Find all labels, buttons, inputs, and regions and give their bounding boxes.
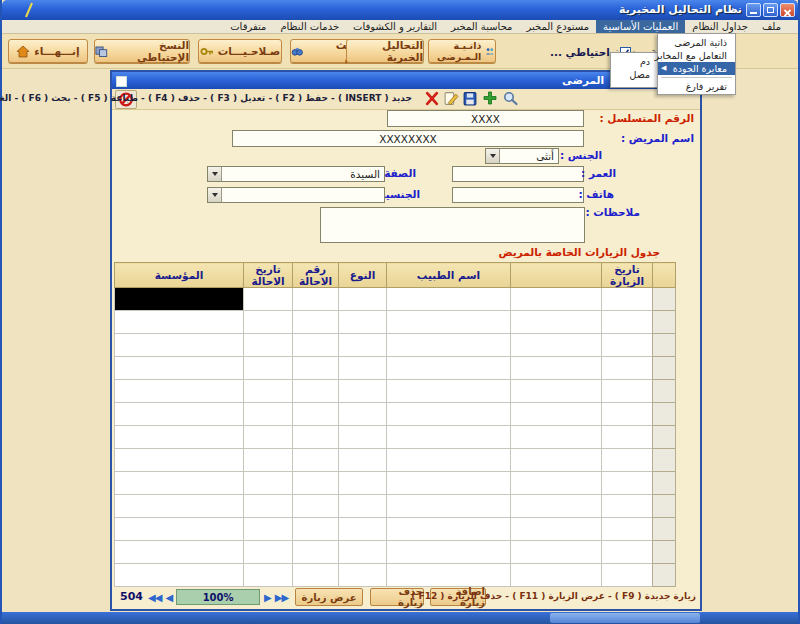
table-cell[interactable] [244,403,293,426]
table-cell[interactable] [339,541,387,564]
menu-item-patient-identity[interactable]: ذاتية المرضى [658,36,735,49]
table-cell[interactable] [339,403,387,426]
row-selector-cell[interactable] [653,472,676,495]
table-cell[interactable] [339,288,387,311]
table-cell[interactable] [602,380,653,403]
table-cell[interactable] [387,495,511,518]
backup-button[interactable]: النسخ الإحتياطي [94,39,190,63]
table-cell[interactable] [602,564,653,587]
table-cell[interactable] [244,380,293,403]
table-cell[interactable] [115,357,244,380]
delete-x-icon[interactable] [424,91,440,106]
table-cell[interactable] [293,564,339,587]
minimize-button[interactable] [746,3,761,17]
notes-field[interactable] [320,207,585,243]
table-cell[interactable] [115,311,244,334]
menu-reports[interactable]: التقارير و الكشوفات [346,20,444,33]
menu-item-empty-report[interactable]: تقرير فارغ [658,80,735,93]
row-selector-cell[interactable] [653,564,676,587]
table-cell[interactable] [511,426,602,449]
table-cell[interactable] [387,311,511,334]
table-cell[interactable] [115,426,244,449]
table-cell[interactable] [511,311,602,334]
row-selector-cell[interactable] [653,449,676,472]
table-cell[interactable] [387,472,511,495]
add-icon[interactable] [481,90,499,106]
menu-misc[interactable]: متفرقات [223,20,273,33]
table-cell[interactable] [339,518,387,541]
menu-file[interactable]: ملف [755,20,788,33]
row-selector-cell[interactable] [653,403,676,426]
row-selector-cell[interactable] [653,311,676,334]
row-selector-cell[interactable] [653,288,676,311]
table-cell[interactable] [244,472,293,495]
serial-number-field[interactable] [387,110,584,127]
table-cell[interactable] [387,380,511,403]
table-cell[interactable] [293,357,339,380]
table-cell[interactable] [387,334,511,357]
row-selector-cell[interactable] [653,426,676,449]
menu-basic-operations[interactable]: العمليات الأساسية [596,20,685,33]
table-cell[interactable] [602,311,653,334]
table-cell[interactable] [115,288,244,311]
table-cell[interactable] [511,334,602,357]
table-cell[interactable] [602,518,653,541]
table-cell[interactable] [602,472,653,495]
table-cell[interactable] [387,403,511,426]
table-cell[interactable] [244,357,293,380]
table-cell[interactable] [115,564,244,587]
table-cell[interactable] [115,449,244,472]
table-cell[interactable] [602,541,653,564]
table-cell[interactable] [602,334,653,357]
table-cell[interactable] [387,426,511,449]
table-cell[interactable] [293,311,339,334]
table-cell[interactable] [511,541,602,564]
close-button[interactable] [780,3,795,17]
table-cell[interactable] [115,541,244,564]
table-cell[interactable] [244,541,293,564]
exit-button[interactable]: إنـــهـــاء [8,39,88,63]
nav-last-button[interactable]: ▶▶ [275,592,288,603]
table-cell[interactable] [387,288,511,311]
table-cell[interactable] [293,541,339,564]
view-visit-button[interactable]: عرض زيارة [295,588,363,606]
menu-system-tables[interactable]: جداول النظام [685,20,755,33]
table-cell[interactable] [339,426,387,449]
table-cell[interactable] [602,357,653,380]
table-cell[interactable] [602,495,653,518]
table-cell[interactable] [293,495,339,518]
save-icon[interactable] [462,91,478,106]
visits-table[interactable]: تاريخ الزيارةاسم الطبيبالنوعرقم الاحالةت… [114,262,676,587]
table-cell[interactable] [387,449,511,472]
table-cell[interactable] [244,288,293,311]
table-cell[interactable] [511,380,602,403]
nav-first-button[interactable]: ◀◀ [148,592,161,603]
table-cell[interactable] [387,541,511,564]
menu-item-quality-calibration[interactable]: معايرة الجودة ◀ [658,62,735,75]
table-cell[interactable] [602,288,653,311]
table-cell[interactable] [244,518,293,541]
table-cell[interactable] [115,380,244,403]
row-selector-cell[interactable] [653,495,676,518]
table-cell[interactable] [602,403,653,426]
nav-next-button[interactable]: ▶ [264,592,271,603]
table-cell[interactable] [115,403,244,426]
menu-item-deal-with-labs[interactable]: التعامل مع المخابر [658,49,735,62]
row-selector-cell[interactable] [653,334,676,357]
table-cell[interactable] [511,472,602,495]
table-cell[interactable] [293,449,339,472]
table-cell[interactable] [293,472,339,495]
table-cell[interactable] [339,495,387,518]
table-cell[interactable] [387,357,511,380]
table-cell[interactable] [293,288,339,311]
row-selector-cell[interactable] [653,518,676,541]
table-cell[interactable] [511,495,602,518]
chevron-down-icon[interactable] [208,167,222,181]
table-cell[interactable] [244,495,293,518]
table-cell[interactable] [244,564,293,587]
find-icon[interactable] [502,91,519,106]
table-cell[interactable] [511,449,602,472]
patient-identity-button[interactable]: ذاتـيـة الـمـرضى [428,39,496,63]
table-cell[interactable] [511,518,602,541]
table-cell[interactable] [115,472,244,495]
